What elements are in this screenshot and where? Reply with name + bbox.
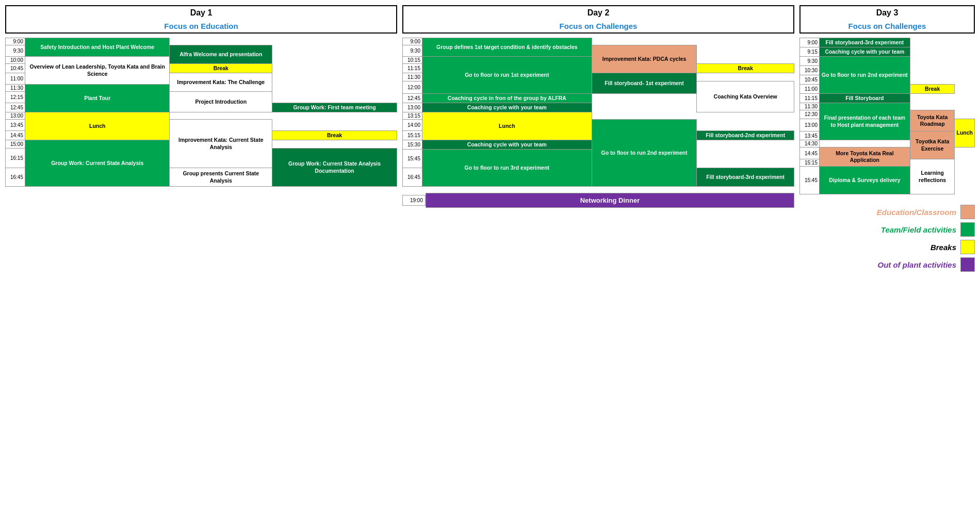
day3-header: Day 3 Focus on Challenges bbox=[799, 5, 975, 34]
day1-title: Day 1 bbox=[6, 6, 396, 20]
time-cell: 15:45 bbox=[800, 167, 820, 194]
time-cell: 11:00 bbox=[6, 73, 25, 85]
schedule-cell: Coaching cycle with your team bbox=[820, 47, 910, 57]
schedule-cell: Fill storyboard- 1st experiment bbox=[592, 73, 697, 94]
schedule-cell: Group defines 1st target condition & ide… bbox=[422, 38, 592, 57]
time-cell: 13:45 bbox=[800, 132, 820, 140]
schedule-cell: Project Introduction bbox=[170, 92, 272, 112]
time-cell: 14:45 bbox=[6, 131, 25, 140]
legend-item-team: Team/Field activities bbox=[805, 222, 975, 237]
legend-item-education: Education/Classroom bbox=[805, 205, 975, 219]
time-cell: 11:15 bbox=[800, 94, 820, 103]
time-cell: 13:00 bbox=[800, 119, 820, 132]
dinner-row: 19:00 Networking Dinner bbox=[402, 193, 794, 208]
schedule-cell: Group presents Current State Analysis bbox=[170, 168, 272, 187]
schedule-cell: Overview of Lean Leadership, Toyota Kata… bbox=[25, 57, 170, 85]
time-cell: 12:30 bbox=[800, 110, 820, 119]
schedule-cell: Diploma & Surveys delivery bbox=[820, 167, 910, 194]
day3-schedule: 9:00Fill storyboard-3rd experiment9:15Co… bbox=[799, 38, 975, 194]
schedule-cell: Alfra Welcome and presentation bbox=[170, 45, 272, 64]
schedule-cell: Coaching cycle with your team bbox=[422, 140, 592, 150]
day1-column: Day 1 Focus on Education 9:00Safety Intr… bbox=[5, 5, 397, 187]
day1-schedule: 9:00Safety Introduction and Host Plant W… bbox=[5, 38, 397, 187]
time-cell: 14:45 bbox=[800, 147, 820, 159]
day2-header: Day 2 Focus on Challenges bbox=[402, 5, 794, 34]
schedule-cell: Lunch bbox=[25, 112, 170, 140]
schedule-cell: Improvement Kata: Current State Analysis bbox=[170, 120, 272, 168]
legend-education-box bbox=[960, 205, 975, 219]
day2-title: Day 2 bbox=[403, 6, 793, 20]
right-section: Day 3 Focus on Challenges 9:00Fill story… bbox=[799, 5, 975, 275]
time-cell: 11:00 bbox=[800, 85, 820, 94]
time-cell: 9:30 bbox=[403, 45, 422, 57]
day2-schedule: 9:00Group defines 1st target condition &… bbox=[402, 38, 794, 187]
time-cell: 9:30 bbox=[800, 57, 820, 66]
time-cell: 10:45 bbox=[6, 64, 25, 73]
legend-education-label: Education/Classroom bbox=[877, 208, 956, 217]
schedule-cell: Coaching cycle in fron of the group by A… bbox=[422, 94, 592, 103]
time-cell: 9:30 bbox=[6, 45, 25, 57]
main-container: Day 1 Focus on Education 9:00Safety Intr… bbox=[5, 5, 975, 275]
time-cell: 15:45 bbox=[403, 150, 422, 168]
schedule-cell: Final presentation of each team to Host … bbox=[820, 103, 910, 140]
time-cell: 10:15 bbox=[403, 57, 422, 64]
day3-subtitle: Focus on Challenges bbox=[801, 20, 974, 32]
schedule-cell: Learning reflections bbox=[910, 159, 955, 194]
schedule-cell: Group Work: Current State Analysis Docum… bbox=[272, 149, 397, 187]
legend-team-box bbox=[960, 222, 975, 237]
schedule-cell: More Toyota Kata Real Application bbox=[820, 147, 910, 167]
schedule-cell: Toyota Kata Roadmap bbox=[910, 110, 955, 132]
schedule-cell: Break bbox=[272, 131, 397, 140]
legend-team-label: Team/Field activities bbox=[881, 225, 956, 234]
schedule-cell: Fill Storyboard bbox=[820, 94, 910, 103]
schedule-cell: Lunch bbox=[422, 112, 592, 140]
time-cell: 9:00 bbox=[800, 38, 820, 47]
time-cell: 15:15 bbox=[800, 159, 820, 167]
time-cell: 13:15 bbox=[403, 112, 422, 120]
time-cell: 9:00 bbox=[403, 38, 422, 45]
time-cell: 13:00 bbox=[6, 112, 25, 120]
schedule-cell: Fill storyboard-3rd experiment bbox=[697, 168, 794, 187]
schedule-cell: Fill storyboard-3rd experiment bbox=[820, 38, 910, 47]
legend-outofplant-label: Out of plant activities bbox=[877, 260, 956, 269]
legend: Education/Classroom Team/Field activitie… bbox=[799, 205, 975, 272]
schedule-cell: Go to floor to run 3rd experiment bbox=[422, 150, 592, 187]
legend-breaks-box bbox=[960, 240, 975, 254]
time-cell: 16:45 bbox=[6, 168, 25, 187]
schedule-cell: Go to floor to run 2nd experiment bbox=[820, 57, 910, 94]
time-cell: 13:00 bbox=[403, 103, 422, 112]
schedule-cell: Fill storyboard-2nd experiment bbox=[697, 131, 794, 140]
time-cell: 14:00 bbox=[403, 120, 422, 131]
time-cell: 12:00 bbox=[403, 81, 422, 94]
schedule-cell: Go to floor to run 1st experiment bbox=[422, 57, 592, 94]
schedule-cell: Safety Introduction and Host Plant Welco… bbox=[25, 38, 170, 57]
time-cell: 9:15 bbox=[800, 47, 820, 57]
schedule-cell: Break bbox=[170, 64, 272, 73]
day3-title: Day 3 bbox=[801, 6, 974, 20]
schedule-cell: Plant Tour bbox=[25, 85, 170, 112]
time-cell: 11:15 bbox=[403, 64, 422, 73]
schedule-cell: Lunch bbox=[955, 119, 975, 147]
legend-item-breaks: Breaks bbox=[805, 240, 975, 254]
time-cell: 15:30 bbox=[403, 140, 422, 150]
time-cell: 10:45 bbox=[800, 75, 820, 85]
day1-subtitle: Focus on Education bbox=[6, 20, 396, 32]
schedule-cell: Break bbox=[910, 85, 955, 94]
time-cell: 11:30 bbox=[800, 103, 820, 110]
schedule-cell: Coaching Kata Overview bbox=[697, 81, 794, 112]
day1-header: Day 1 Focus on Education bbox=[5, 5, 397, 34]
schedule-cell: Go to floor to run 2nd experiment bbox=[592, 120, 697, 187]
schedule-cell: Break bbox=[697, 64, 794, 73]
schedule-cell: Coaching cycle with your team bbox=[422, 103, 592, 112]
legend-outofplant-box bbox=[960, 257, 975, 272]
time-cell: 10:00 bbox=[6, 57, 25, 64]
time-cell: 12:15 bbox=[6, 92, 25, 103]
dinner-content: Networking Dinner bbox=[426, 193, 794, 208]
legend-item-outofplant: Out of plant activities bbox=[805, 257, 975, 272]
time-cell: 16:15 bbox=[6, 149, 25, 168]
schedule-cell: Improvement Kata: The Challenge bbox=[170, 73, 272, 92]
time-cell: 15:15 bbox=[403, 131, 422, 140]
time-cell: 10:30 bbox=[800, 66, 820, 75]
time-cell: 16:45 bbox=[403, 168, 422, 187]
legend-breaks-label: Breaks bbox=[930, 243, 956, 252]
